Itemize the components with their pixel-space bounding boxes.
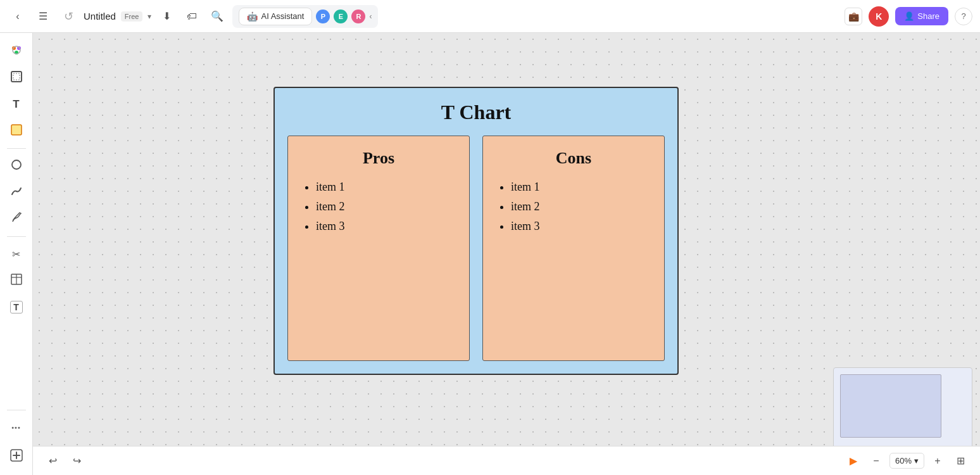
zoom-level-display[interactable]: 60% ▾	[889, 453, 924, 469]
svg-point-7	[12, 160, 21, 169]
free-badge: Free	[121, 11, 143, 22]
tchart-outer: T Chart Pros item 1 item 2 item 3 Cons i…	[273, 87, 679, 375]
collab-dropdown-button[interactable]: ‹	[369, 12, 372, 21]
sidebar-separator-3	[7, 410, 26, 410]
text-icon: T	[13, 98, 19, 111]
tchart-cons-heading: Cons	[498, 149, 649, 168]
document-title: Untitled	[84, 11, 116, 22]
zoom-out-icon: −	[873, 455, 879, 467]
zoom-in-button[interactable]: +	[928, 452, 947, 471]
palette-icon	[9, 43, 23, 60]
ai-assistant-label: AI Assistant	[261, 11, 304, 21]
draw-icon	[10, 185, 23, 200]
play-button[interactable]: ▶	[844, 452, 863, 471]
tchart-pros-heading: Pros	[303, 149, 454, 168]
sidebar-item-table[interactable]	[4, 269, 28, 293]
map-toggle-button[interactable]: ⊞	[951, 452, 970, 471]
menu-icon: ☰	[39, 10, 47, 22]
share-label: Share	[917, 11, 939, 21]
bottombar: ↩ ↪ ▶ − 60% ▾ + ⊞	[33, 446, 980, 475]
sidebar-item-text[interactable]: T	[4, 92, 28, 117]
help-button[interactable]: ?	[955, 8, 972, 25]
collab-avatar-p[interactable]: P	[316, 10, 330, 23]
zoom-out-button[interactable]: −	[867, 452, 886, 471]
search-button[interactable]: 🔍	[207, 6, 227, 27]
undo-history-button[interactable]: ↩	[43, 452, 62, 471]
sidebar-item-palette[interactable]	[4, 39, 28, 63]
play-icon: ▶	[850, 455, 857, 467]
share-icon: 👤	[904, 11, 914, 21]
sidebar-item-frame[interactable]	[4, 66, 28, 90]
cons-item-1: item 1	[511, 180, 649, 194]
minimap-viewport	[840, 374, 941, 438]
undo-icon: ↺	[64, 10, 73, 23]
svg-rect-6	[11, 125, 22, 135]
zoom-level-value: 60%	[895, 456, 912, 466]
topbar-right: 💼 K 👤 Share ?	[845, 6, 972, 27]
tchart-pros-column: Pros item 1 item 2 item 3	[287, 136, 470, 361]
insert-icon	[10, 449, 23, 464]
tchart-cons-items: item 1 item 2 item 3	[498, 180, 649, 233]
map-icon: ⊞	[957, 455, 965, 467]
undo-button[interactable]: ↺	[58, 6, 79, 27]
menu-button[interactable]: ☰	[33, 6, 53, 27]
undo-history-icon: ↩	[49, 455, 57, 467]
back-icon: ‹	[16, 11, 19, 22]
sidebar-item-scissors[interactable]: ✂	[4, 242, 28, 266]
briefcase-icon[interactable]: 💼	[845, 8, 862, 25]
table-icon	[11, 274, 22, 288]
tag-button[interactable]: 🏷	[182, 6, 202, 27]
tchart-pros-items: item 1 item 2 item 3	[303, 180, 454, 233]
frame-icon	[11, 71, 22, 85]
sidebar-item-insert[interactable]	[4, 445, 28, 469]
zoom-dropdown-icon: ▾	[914, 456, 919, 466]
sidebar-item-template[interactable]: T	[4, 295, 28, 319]
topbar: ‹ ☰ ↺ Untitled Free ▾ ⬇ 🏷 🔍 🤖 AI Assista…	[0, 0, 980, 33]
redo-history-button[interactable]: ↪	[67, 452, 86, 471]
collab-avatar-e[interactable]: E	[334, 10, 348, 23]
pros-item-3: item 3	[316, 220, 454, 233]
pros-item-2: item 2	[316, 200, 454, 213]
tchart-columns: Pros item 1 item 2 item 3 Cons item 1 it…	[287, 136, 665, 361]
more-icon: •••	[11, 424, 21, 431]
title-dropdown-button[interactable]: ▾	[148, 12, 151, 21]
bottombar-right: ▶ − 60% ▾ + ⊞	[844, 452, 970, 471]
user-avatar[interactable]: K	[869, 6, 889, 27]
help-icon: ?	[961, 11, 965, 21]
sidebar-item-shapes[interactable]	[4, 154, 28, 178]
svg-rect-5	[13, 73, 20, 80]
download-button[interactable]: ⬇	[156, 6, 177, 27]
tchart-cons-column: Cons item 1 item 2 item 3	[482, 136, 665, 361]
cons-item-2: item 2	[511, 200, 649, 213]
sidebar: T ✂ T •••	[0, 33, 33, 475]
sidebar-item-pen[interactable]	[4, 207, 28, 231]
ai-icon: 🤖	[247, 11, 258, 22]
sidebar-item-draw[interactable]	[4, 180, 28, 205]
template-icon: T	[10, 301, 23, 314]
canvas[interactable]: T Chart Pros item 1 item 2 item 3 Cons i…	[33, 33, 980, 475]
topbar-center-ai: 🤖 AI Assistant P E R ‹	[232, 5, 378, 28]
tchart-title: T Chart	[287, 101, 665, 124]
back-button[interactable]: ‹	[8, 6, 28, 27]
zoom-in-icon: +	[934, 455, 940, 467]
cons-item-3: item 3	[511, 220, 649, 233]
pros-item-1: item 1	[316, 180, 454, 194]
tchart-container: T Chart Pros item 1 item 2 item 3 Cons i…	[273, 87, 679, 375]
redo-history-icon: ↪	[73, 455, 81, 467]
share-button[interactable]: 👤 Share	[895, 7, 948, 25]
sticky-icon	[11, 124, 22, 138]
ai-assistant-button[interactable]: 🤖 AI Assistant	[239, 8, 312, 25]
sidebar-separator-1	[7, 148, 26, 149]
sidebar-separator-2	[7, 236, 26, 237]
sidebar-item-sticky[interactable]	[4, 119, 28, 143]
topbar-left: ‹ ☰ ↺ Untitled Free ▾ ⬇ 🏷 🔍	[8, 6, 227, 27]
shapes-icon	[11, 159, 22, 173]
minimap[interactable]	[833, 367, 972, 456]
scissors-icon: ✂	[12, 248, 20, 260]
collab-avatar-r[interactable]: R	[351, 10, 365, 23]
pen-icon	[11, 212, 22, 226]
sidebar-item-more[interactable]: •••	[4, 415, 28, 440]
